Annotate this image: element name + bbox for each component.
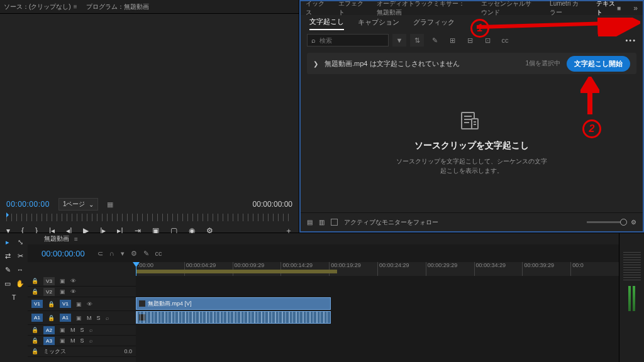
settings-icon[interactable]: ⚙ (631, 219, 636, 226)
hamburger-icon[interactable]: ≡ (74, 3, 77, 10)
empty-desc: ソースクリップを文字起こしして、シーケンスの文字起こしを表示します。 (396, 156, 547, 175)
razor-tool[interactable]: ✎ (3, 265, 13, 275)
project-name: 無題動画 (609, 19, 634, 28)
source-tabs: ソース：(クリップなし)≡ プログラム：無題動画 (0, 0, 299, 14)
overflow-icon[interactable]: » (633, 4, 638, 13)
search-input[interactable] (319, 37, 376, 44)
ripple-tool[interactable]: ⇄ (3, 251, 13, 261)
text-panel: イックス エフェクト オーディオトラックミキサー：無題動画 エッセンシャルサウン… (299, 0, 644, 233)
fx-badge (139, 300, 145, 307)
track-v1[interactable]: V1🔒V1▣👁 (28, 297, 136, 311)
track-content[interactable]: 無題動画.mp4 [V] (136, 276, 619, 362)
wrench-icon[interactable]: ✎ (143, 250, 149, 258)
track-select-tool[interactable]: ⤡ (15, 237, 25, 247)
track-a3[interactable]: 🔒A3▣MS⌕ (28, 336, 136, 346)
tool-palette: ▸⤡ ⇄✂ ✎↔ ▭✋ T (0, 233, 28, 362)
hamburger-icon[interactable]: ≡ (617, 5, 621, 12)
layout-icon-b[interactable]: ▥ (319, 219, 325, 226)
subtab-graphic[interactable]: グラフィック (413, 18, 455, 30)
source-panel: ソース：(クリップなし)≡ プログラム：無題動画 00:00:00:00 1ペー… (0, 0, 299, 233)
slip-tool[interactable]: ↔ (15, 265, 25, 275)
subtab-caption[interactable]: キャプション (358, 18, 399, 30)
source-tab-program[interactable]: プログラム：無題動画 (86, 3, 149, 11)
chevron-right-icon: ❯ (313, 60, 318, 67)
out-timecode[interactable]: 00:00:00:00 (253, 200, 292, 209)
tab-text[interactable]: テキスト≡ (596, 0, 621, 17)
more-icon[interactable]: ••• (625, 36, 636, 44)
panel-tab-bar: イックス エフェクト オーディオトラックミキサー：無題動画 エッセンシャルサウン… (301, 1, 643, 15)
tab-ix[interactable]: イックス (306, 0, 326, 17)
hamburger-icon[interactable]: ≡ (74, 236, 78, 243)
track-headers: 🔒V3▣👁 🔒V2▣👁 V1🔒V1▣👁 A1🔒A1▣MS⌕ 🔒A2▣MS⌕ 🔒A… (28, 276, 136, 362)
snap-icon[interactable]: ⊂ (97, 250, 103, 258)
cc-icon[interactable]: cc (498, 34, 512, 47)
meter-r (633, 286, 635, 311)
filter-icon[interactable]: ▼ (392, 34, 406, 47)
eye-icon[interactable]: 👁 (70, 278, 76, 284)
track-v3[interactable]: 🔒V3▣👁 (28, 276, 136, 287)
tab-lumetri[interactable]: Lumetri カラー (550, 0, 584, 17)
clip-row[interactable]: ❯ 無題動画.mp4 は文字起こしされていません 1個を選択中 文字起こし開始 (307, 53, 636, 74)
timeline-options: ⊂ ∩ ▾ ⚙ ✎ cc (97, 250, 162, 258)
type-tool[interactable]: T (9, 292, 19, 302)
track-v2[interactable]: 🔒V2▣👁 (28, 287, 136, 297)
clip-status: 無題動画.mp4 は文字起こしされていません (325, 59, 460, 69)
fx-badge (139, 314, 145, 321)
search-field[interactable]: ⌕ (307, 34, 389, 47)
text-toolbar: ⌕ ▼ ⇅ ✎ ⊞ ⊟ ⊡ cc ••• (301, 31, 643, 49)
marker-icon[interactable]: ▾ (121, 250, 125, 258)
empty-title: ソースクリップを文字起こし (414, 140, 529, 151)
lock-icon[interactable]: 🔒 (31, 278, 38, 284)
timeline-panel: 無題動画 ≡ 00:00:00:00 ⊂ ∩ ▾ ⚙ ✎ cc :00:0000… (28, 233, 619, 362)
time-ruler[interactable]: :00:0000:00:04:2900:00:09:2900:00:14:290… (136, 262, 619, 276)
start-transcribe-button[interactable]: 文字起こし開始 (567, 56, 630, 72)
follow-label: アクティブなモニターをフォロー (344, 218, 438, 227)
subtab-transcribe[interactable]: 文字起こし (309, 17, 344, 30)
sequence-tab[interactable]: 無題動画 (44, 234, 69, 243)
tab-essential-sound[interactable]: エッセンシャルサウンド (481, 0, 537, 17)
hand-tool[interactable]: ✋ (15, 278, 25, 288)
text-panel-footer: ▤ ▥ アクティブなモニターをフォロー ⚙ (301, 212, 643, 231)
pen-tool[interactable]: ▭ (3, 278, 13, 288)
chevron-down-icon: ⌄ (89, 201, 94, 208)
layout-icon-a[interactable]: ▤ (307, 219, 313, 226)
source-tab-clip[interactable]: ソース：(クリップなし)≡ (4, 3, 77, 11)
work-area-bar[interactable] (136, 270, 337, 273)
zoom-slider[interactable] (587, 221, 625, 223)
selection-tool[interactable]: ▸ (3, 237, 13, 247)
follow-checkbox[interactable] (331, 219, 338, 226)
selection-count: 1個を選択中 (525, 59, 560, 68)
page-select[interactable]: 1ページ⌄ (58, 198, 99, 211)
timeline-timecode[interactable]: 00:00:00:00 (42, 249, 85, 258)
audio-meters (619, 233, 644, 362)
cc-toggle-icon[interactable]: cc (155, 250, 162, 258)
merge-icon[interactable]: ⇅ (410, 34, 424, 47)
tab-audio-mixer[interactable]: オーディオトラックミキサー：無題動画 (377, 0, 469, 17)
brackets-icon[interactable]: ⊡ (480, 34, 494, 47)
grid-icon[interactable]: ▦ (107, 200, 113, 209)
settings-icon[interactable]: ⚙ (131, 250, 137, 258)
speaker-icon[interactable]: ⊞ (445, 34, 459, 47)
empty-state: ソースクリップを文字起こし ソースクリップを文字起こしして、シーケンスの文字起こ… (301, 74, 643, 212)
audio-clip[interactable] (136, 311, 331, 324)
search-icon: ⌕ (311, 36, 316, 44)
tab-effects[interactable]: エフェクト (338, 0, 364, 17)
rate-tool[interactable]: ✂ (15, 251, 25, 261)
video-clip[interactable]: 無題動画.mp4 [V] (136, 297, 331, 310)
mic-icon[interactable]: ⌕ (106, 315, 109, 321)
text-subtabs: 文字起こし キャプション グラフィック 無題動画 (301, 15, 643, 31)
in-timecode[interactable]: 00:00:00:00 (6, 200, 50, 209)
edit-icon[interactable]: ✎ (428, 34, 441, 47)
source-viewer (0, 14, 299, 195)
track-a2[interactable]: 🔒A2▣MS⌕ (28, 325, 136, 336)
track-mix[interactable]: 🔒ミックス0.0 (28, 346, 136, 357)
meter-l (628, 286, 631, 311)
linked-icon[interactable]: ∩ (109, 250, 114, 258)
source-ruler[interactable] (6, 214, 292, 221)
transcript-icon (461, 112, 482, 135)
track-a1[interactable]: A1🔒A1▣MS⌕ (28, 311, 136, 325)
split-icon[interactable]: ⊟ (463, 34, 477, 47)
